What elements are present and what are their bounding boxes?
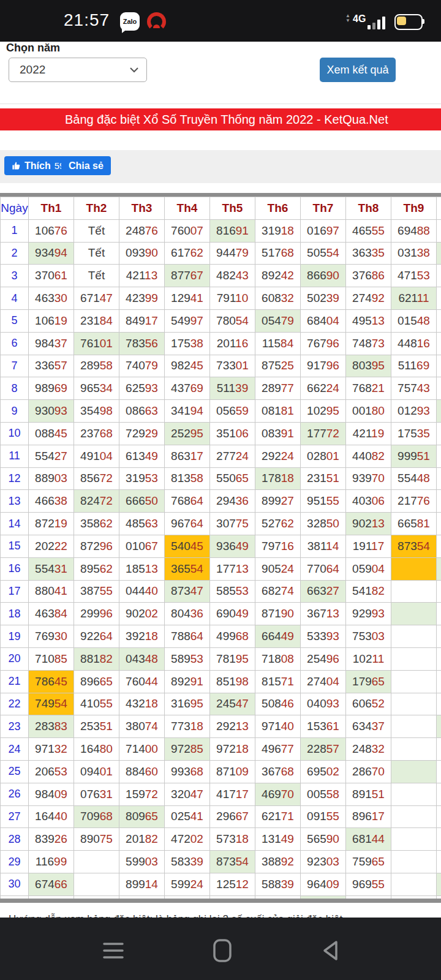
result-cell: 72929 [119, 422, 165, 445]
facebook-share-button[interactable]: Chia sẻ [61, 156, 111, 175]
result-cell: 04093 [301, 693, 346, 715]
result-cell: 76796 [301, 332, 346, 355]
day-cell: 15 [1, 535, 29, 557]
result-cell: 42399 [119, 287, 165, 310]
result-cell: 89665 [74, 670, 119, 693]
result-cell [391, 805, 437, 828]
result-cell: 55427 [29, 445, 74, 467]
day-cell: 24 [1, 738, 29, 761]
result-cell: 43769 [165, 377, 210, 400]
result-cell: 61349 [119, 445, 165, 467]
day-cell: 22 [1, 693, 29, 715]
result-cell: 78054 [210, 309, 255, 332]
next-month-cell [437, 242, 441, 265]
next-month-cell [437, 738, 441, 761]
results-table-scroll-area[interactable]: NgàyTh1Th2Th3Th4Th5Th6Th7Th8Th9 110676Tế… [0, 197, 441, 899]
result-cell: 29213 [210, 715, 255, 738]
result-cell: 68144 [346, 828, 391, 851]
day-cell: 8 [1, 377, 29, 400]
recents-menu-icon[interactable] [101, 938, 126, 963]
next-month-cell [437, 265, 441, 287]
result-cell: 30775 [210, 513, 255, 535]
home-icon[interactable] [210, 938, 235, 963]
result-cell: 44082 [346, 445, 391, 467]
back-icon[interactable] [318, 938, 343, 963]
column-header: Ngày [1, 197, 29, 220]
phone-screen: 21:57 Zalo ▲▼ 4G Chọn năm 2022 Xem kết q… [0, 0, 441, 980]
result-cell: 24832 [346, 738, 391, 761]
year-select[interactable]: 2022 [9, 58, 147, 82]
table-row: 8989699653462593437695113928977662247682… [1, 377, 441, 400]
result-cell: 81691 [210, 219, 255, 242]
result-cell: 31953 [119, 467, 165, 490]
result-cell: 36335 [346, 242, 391, 265]
result-cell: 35106 [210, 422, 255, 445]
view-results-button[interactable]: Xem kết quả [320, 58, 396, 82]
result-cell: 31695 [165, 693, 210, 715]
result-cell: 47153 [391, 265, 437, 287]
result-cell: 76101 [74, 332, 119, 355]
result-cell: 23768 [74, 422, 119, 445]
table-row: 1346638824726665076864294368992795155403… [1, 490, 441, 513]
table-row: 110676Tết2487676007816913191801697465556… [1, 219, 441, 242]
result-cell: 46555 [346, 219, 391, 242]
result-cell: 51169 [391, 355, 437, 377]
result-cell: 71085 [29, 647, 74, 670]
result-cell: 50239 [301, 287, 346, 310]
table-row: 337061Tết4211387767482438924286690376864… [1, 265, 441, 287]
column-header: Th1 [29, 197, 74, 220]
result-cell: 97285 [165, 738, 210, 761]
result-cell: 49513 [346, 309, 391, 332]
result-cell: 09401 [74, 760, 119, 783]
battery-icon [394, 14, 423, 30]
result-cell [391, 873, 437, 895]
year-select-value: 2022 [20, 63, 129, 77]
result-cell: 97218 [210, 738, 255, 761]
result-cell: 76930 [29, 625, 74, 648]
result-cell: 17538 [165, 332, 210, 355]
horizontal-scrollbar[interactable] [0, 899, 441, 903]
result-cell [391, 670, 437, 693]
next-month-cell [437, 309, 441, 332]
table-body: 110676Tết2487676007816913191801697465556… [1, 219, 441, 899]
result-cell: 66581 [391, 513, 437, 535]
table-row: 2520653094018846099368871093676869502286… [1, 760, 441, 783]
result-cell: 87767 [165, 265, 210, 287]
result-cell: 28958 [74, 355, 119, 377]
result-cell: 96955 [346, 873, 391, 895]
result-cell: 89075 [74, 828, 119, 851]
day-cell: 30 [1, 873, 29, 895]
result-cell: 89617 [346, 805, 391, 828]
result-cell: 84917 [119, 309, 165, 332]
day-cell: 23 [1, 715, 29, 738]
result-cell: 19117 [346, 535, 391, 557]
result-cell: 89927 [255, 490, 301, 513]
result-cell: 28670 [346, 760, 391, 783]
next-month-cell [437, 355, 441, 377]
result-cell: 31918 [255, 219, 301, 242]
result-cell [391, 738, 437, 761]
result-cell: 17772 [301, 422, 346, 445]
result-cell: 87347 [165, 580, 210, 603]
result-cell: 29224 [255, 445, 301, 467]
next-month-cell [437, 647, 441, 670]
result-cell: 75965 [346, 851, 391, 873]
result-cell: 68274 [255, 580, 301, 603]
result-cell: 38074 [119, 715, 165, 738]
result-cell: 80395 [346, 355, 391, 377]
result-cell [391, 783, 437, 805]
facebook-plugin-band: Thích 59 Chia sẻ [0, 150, 441, 183]
result-cell: 49677 [255, 738, 301, 761]
next-month-cell [437, 557, 441, 580]
result-cell: 67466 [29, 873, 74, 895]
result-cell: 71400 [119, 738, 165, 761]
result-cell: 77318 [165, 715, 210, 738]
result-cell: 92993 [346, 603, 391, 625]
result-cell: 18513 [119, 557, 165, 580]
next-month-cell [437, 490, 441, 513]
result-cell: 01067 [119, 535, 165, 557]
next-month-cell [437, 467, 441, 490]
day-cell: 20 [1, 647, 29, 670]
result-cell: 10619 [29, 309, 74, 332]
result-cell: 36713 [301, 603, 346, 625]
